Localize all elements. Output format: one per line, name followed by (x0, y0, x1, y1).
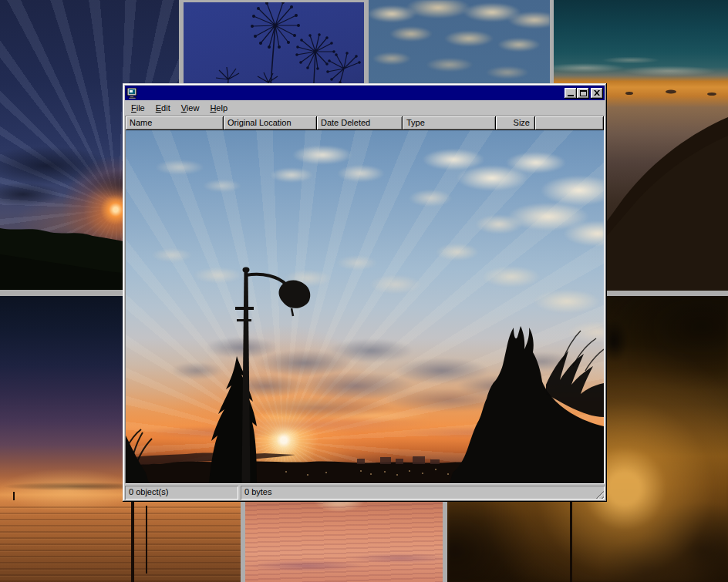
column-header-filler (535, 116, 604, 130)
column-header-name[interactable]: Name (126, 116, 224, 130)
computer-icon[interactable] (126, 88, 138, 99)
status-byte-count: 0 bytes (241, 486, 605, 500)
list-view-background-photo[interactable] (126, 130, 604, 483)
menu-help[interactable]: Help (204, 102, 233, 115)
minimize-icon (568, 95, 574, 96)
list-view-client-area: Name Original Location Date Deleted Type… (125, 116, 605, 484)
column-header-type[interactable]: Type (403, 116, 496, 130)
menu-bar: File Edit View Help (125, 100, 605, 116)
photo-silhouettes (126, 130, 604, 483)
column-header-row: Name Original Location Date Deleted Type… (126, 116, 604, 130)
close-button[interactable] (591, 88, 603, 99)
desktop-wallpaper-collage: File Edit View Help Name Original Locati… (0, 0, 728, 582)
status-object-count: 0 object(s) (125, 486, 238, 500)
maximize-button[interactable] (577, 88, 589, 99)
resize-grip-icon[interactable] (594, 489, 604, 499)
column-header-size[interactable]: Size (496, 116, 535, 130)
menu-view[interactable]: View (176, 102, 205, 115)
lagoon-pole-silhouette (131, 500, 134, 582)
column-header-date-deleted[interactable]: Date Deleted (317, 116, 403, 130)
menu-edit[interactable]: Edit (150, 102, 176, 115)
close-icon (594, 90, 600, 96)
menu-file[interactable]: File (126, 102, 150, 115)
minimize-button[interactable] (565, 88, 577, 99)
title-bar[interactable] (125, 86, 605, 100)
status-bar: 0 object(s) 0 bytes (125, 484, 605, 500)
recycle-bin-window: File Edit View Help Name Original Locati… (123, 83, 607, 502)
column-header-original-location[interactable]: Original Location (224, 116, 317, 130)
status-bytes-text: 0 bytes (244, 487, 271, 496)
right-trees-silhouette (450, 326, 604, 483)
street-lamp-silhouette (235, 267, 310, 484)
maximize-icon (580, 90, 587, 96)
golden-tile-pole-silhouette (570, 502, 572, 582)
